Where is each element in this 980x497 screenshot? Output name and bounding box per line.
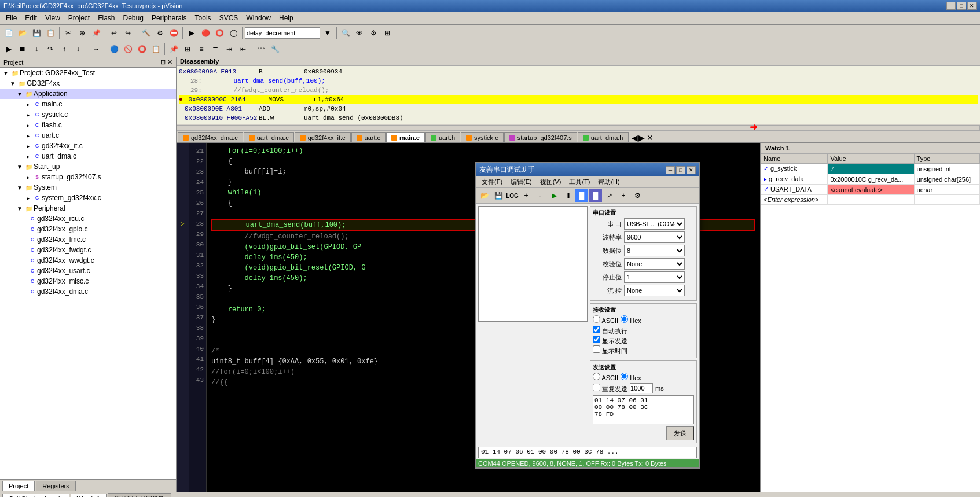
disassembly-scrollbar[interactable] — [177, 124, 980, 131]
tree-dma-c[interactable]: C gd32f4xx_dma.c — [0, 286, 176, 297]
show-send-check[interactable]: 显示发送 — [593, 336, 694, 345]
menu-window[interactable]: Window — [243, 13, 274, 23]
serial-save-btn[interactable]: 💾 — [492, 189, 505, 202]
watch-btn[interactable]: 👁 — [353, 27, 366, 39]
tree-system-group[interactable]: ▼ 📁 System — [0, 182, 176, 193]
recv-ascii-radio[interactable] — [593, 315, 600, 323]
tab-close[interactable]: ✕ — [647, 133, 654, 142]
tree-wwdgt-c[interactable]: C gd32f4xx_wwdgt.c — [0, 255, 176, 266]
bottom-tab-watch1[interactable]: Watch 1 — [71, 494, 107, 497]
tree-gd32it-c[interactable]: ▸ C gd32f4xx_it.c — [0, 141, 176, 151]
tree-rcu-c[interactable]: C gd32f4xx_rcu.c — [0, 213, 176, 224]
minimize-button[interactable]: ─ — [946, 2, 956, 10]
send-ascii-radio[interactable] — [593, 373, 600, 380]
unindent-btn[interactable]: ⇤ — [237, 43, 249, 56]
dialog-close[interactable]: ✕ — [687, 166, 696, 174]
tab-main[interactable]: main.c — [386, 132, 425, 142]
dbg-step-out-btn[interactable]: ↑ — [58, 43, 71, 56]
tree-systick-c[interactable]: ▸ C systick.c — [0, 109, 176, 120]
close-button[interactable]: ✕ — [967, 2, 977, 10]
wave-btn[interactable]: 〰 — [255, 43, 267, 56]
repeat-check[interactable]: 重复发送 — [593, 384, 627, 393]
menu-peripherals[interactable]: Peripherals — [148, 13, 190, 23]
function-input[interactable] — [245, 27, 320, 39]
menu-tools[interactable]: Tools — [192, 13, 215, 23]
show-time-check[interactable]: 显示时间 — [593, 345, 694, 355]
dialog-maximize[interactable]: □ — [676, 166, 685, 174]
open-btn[interactable]: 📂 — [16, 27, 29, 39]
extra3-btn[interactable]: ≣ — [209, 43, 222, 56]
bp-disable-btn[interactable]: ⭕ — [135, 43, 148, 56]
repeat-input[interactable] — [630, 383, 653, 393]
tab-uart[interactable]: uart.c — [351, 132, 386, 142]
dbg-run-btn[interactable]: ▶ — [2, 43, 15, 56]
parity-select[interactable]: None — [624, 258, 685, 270]
extra2-btn[interactable]: ≡ — [195, 43, 208, 56]
tree-project-root[interactable]: ▼ 📁 Project: GD32F4xx_Test — [0, 68, 176, 78]
rx-area[interactable]: 01 14 07 06 01 00 00 78 00 3C 78 ... — [478, 447, 697, 458]
tree-uartdma-c[interactable]: ▸ C uart_dma.c — [0, 151, 176, 161]
tab-registers[interactable]: Registers — [36, 481, 75, 491]
tab-scroll-right[interactable]: ▶ — [638, 133, 645, 142]
menu-file[interactable]: File — [2, 13, 20, 23]
tree-gpio-c[interactable]: C gd32f4xx_gpio.c — [0, 224, 176, 234]
serial-add2-btn[interactable]: + — [617, 189, 630, 202]
tab-gd32dma[interactable]: gd32f4xx_dma.c — [178, 132, 243, 142]
serial-play-btn[interactable]: ▶ — [548, 189, 560, 202]
tab-gd32it[interactable]: gd32f4xx_it.c — [295, 132, 351, 142]
indent-btn[interactable]: ⇥ — [223, 43, 236, 56]
menu-view[interactable]: View — [42, 13, 64, 23]
menu-flash[interactable]: Flash — [94, 13, 118, 23]
tree-startup-s[interactable]: ▸ S startup_gd32f407.s — [0, 172, 176, 182]
tree-system-c[interactable]: ▸ C system_gd32f4xx.c — [0, 193, 176, 203]
menu-project[interactable]: Project — [65, 13, 93, 23]
dialog-minimize[interactable]: ─ — [666, 166, 675, 174]
baud-select[interactable]: 9600 — [624, 231, 685, 243]
copy-btn[interactable]: ⊕ — [76, 27, 89, 39]
cut-btn[interactable]: ✂ — [62, 27, 75, 39]
tab-uartdmah[interactable]: uart_dma.h — [578, 132, 629, 142]
serial-open-btn[interactable]: 📂 — [478, 189, 491, 202]
tab-project[interactable]: Project — [2, 481, 35, 491]
port-select[interactable]: USB-SE... (COM44 — [624, 218, 685, 230]
tree-misc-c[interactable]: C gd32f4xx_misc.c — [0, 276, 176, 286]
dbg-step-btn[interactable]: ↓ — [30, 43, 43, 56]
undo-btn[interactable]: ↩ — [108, 27, 120, 39]
serial-blue1-btn[interactable]: █ — [575, 189, 588, 202]
stopbits-select[interactable]: 1 — [624, 271, 685, 283]
send-hex-label[interactable]: Hex — [621, 373, 641, 381]
serial-plus-btn[interactable]: + — [520, 189, 533, 202]
databits-select[interactable]: 8 — [624, 245, 685, 256]
tree-main-c[interactable]: ▸ C main.c — [0, 99, 176, 109]
dbg-stop2-btn[interactable]: ⏹ — [16, 43, 29, 56]
send-button[interactable]: 发送 — [666, 426, 694, 440]
menu-debug[interactable]: Debug — [120, 13, 147, 23]
rebuild-btn[interactable]: ⚙ — [153, 27, 166, 39]
auto-exec-check[interactable]: 自动执行 — [593, 326, 694, 336]
tree-fmc-c[interactable]: C gd32f4xx_fmc.c — [0, 234, 176, 245]
find-btn[interactable]: 🔍 — [339, 27, 352, 39]
serial-log-btn[interactable]: LOG — [506, 189, 519, 202]
bottom-tab-extra[interactable]: 添加到小吴同学购 — [108, 493, 171, 498]
send-hex-radio[interactable] — [621, 373, 628, 380]
serial-minus-btn[interactable]: - — [534, 189, 546, 202]
stop-btn[interactable]: ⛔ — [167, 27, 180, 39]
serial-arrow-btn[interactable]: ↗ — [603, 189, 616, 202]
bp-list-btn[interactable]: 📋 — [149, 43, 162, 56]
tab-systick[interactable]: systick.c — [461, 132, 504, 142]
dbg-arrow-btn[interactable]: → — [90, 43, 102, 56]
recv-hex-label[interactable]: Hex — [621, 315, 641, 324]
bottom-tab-callstack[interactable]: Call Stack + Locals — [2, 494, 69, 497]
tree-periph-group[interactable]: ▼ 📁 Peripheral — [0, 203, 176, 213]
build-btn[interactable]: 🔨 — [140, 27, 152, 39]
tree-fwdgt-c[interactable]: C gd32f4xx_fwdgt.c — [0, 245, 176, 255]
tree-group-gd32[interactable]: ▼ 📁 GD32F4xx — [0, 78, 176, 89]
recv-hex-radio[interactable] — [621, 315, 628, 323]
tab-uartdma[interactable]: uart_dma.c — [244, 132, 294, 142]
tab-scroll-left[interactable]: ◀ — [632, 133, 638, 142]
serial-pause-btn[interactable]: ⏸ — [561, 189, 574, 202]
menu-svcs[interactable]: SVCS — [216, 13, 242, 23]
tab-uarth[interactable]: uart.h — [425, 132, 460, 142]
debug-circle1[interactable]: ⭕ — [213, 27, 226, 39]
pin-btn[interactable]: 📌 — [167, 43, 180, 56]
